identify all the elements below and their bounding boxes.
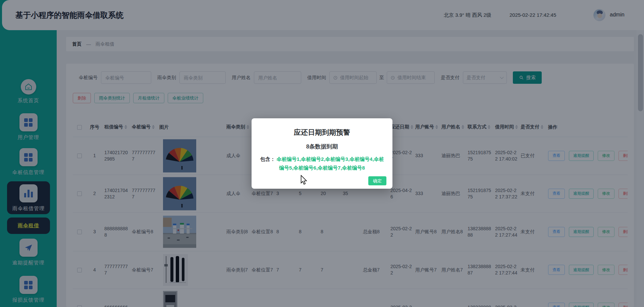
due-warning-modal: 应还日期到期预警 8条数据到期 包含： 伞桩编号1,伞桩编号2,伞桩编号3,伞桩… — [252, 118, 392, 189]
mouse-cursor — [300, 175, 308, 185]
modal-title: 应还日期到期预警 — [252, 128, 392, 137]
page-root: 系统首页用户管理伞桩信息管理雨伞租借管理雨伞租借逾期提醒管理报损反馈管理雨伞归还… — [0, 0, 644, 307]
modal-subtitle: 8条数据到期 — [252, 143, 392, 150]
modal-body-items: 伞桩编号1,伞桩编号2,伞桩编号3,伞桩编号4,伞桩编号5,伞桩编号6,伞桩编号… — [277, 156, 384, 171]
confirm-button[interactable]: 确定 — [368, 176, 386, 185]
modal-body-prefix: 包含： — [260, 156, 275, 162]
modal-body: 包含： 伞桩编号1,伞桩编号2,伞桩编号3,伞桩编号4,伞桩编号5,伞桩编号6,… — [252, 155, 392, 173]
